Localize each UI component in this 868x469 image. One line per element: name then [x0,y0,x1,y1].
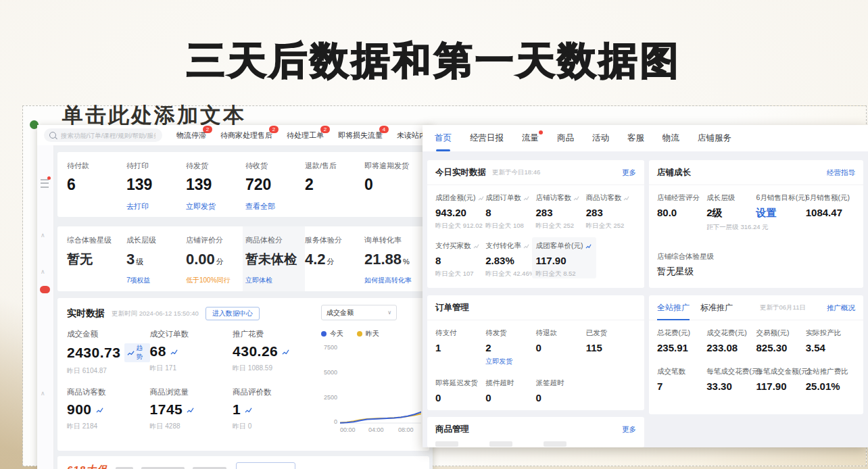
chevron-up-icon[interactable]: ∧ [41,268,45,275]
shop-dashboard-window: 首页 经营日报 流量 商品 活动 客服 物流 店铺服务 今日实时数据 更新于今日… [423,125,868,447]
toolbar-link-workorder[interactable]: 待处理工单 2 [287,130,324,141]
growth-star: 店铺综合体验星级 暂无星级 [657,252,855,278]
trend-icon[interactable] [523,243,529,249]
promo-amount-per-deal: 每笔成交金额(元) 117.90 [756,367,806,392]
realtime-updated: 更新时间 2024-06-12 15:50:40 [112,310,199,318]
guidance-link[interactable]: 经营指导 [827,168,855,178]
more-link[interactable]: 更多 [622,168,636,178]
order-pickup-timeout: 揽件超时 0 [485,378,535,403]
exp-product-check: 商品体检分 暂未体检 立即体检 [243,226,305,291]
trend-icon[interactable] [585,243,592,249]
promo-gmv: 交易额(元) 825.30 [756,328,806,353]
rights-link[interactable]: 7项权益 [126,276,186,285]
trend-icon[interactable] [523,195,529,201]
below-peers-link[interactable]: 低于100%同行 [186,276,245,285]
promo-overview-link[interactable]: 推广概况 [827,303,855,313]
tab-standard-promo[interactable]: 标准推广 [700,302,733,314]
tab-home[interactable]: 首页 [435,132,452,144]
trend-icon[interactable] [96,406,103,414]
search-icon [49,132,56,139]
exp-growth-level: 成长层级 3级 7项权益 [126,235,186,291]
tab-traffic[interactable]: 流量 [522,132,539,144]
trend-icon[interactable] [187,406,194,414]
view-all-link[interactable]: 查看全部 [245,201,305,212]
workbench-sidebar: ∧ ∧ ∧ [37,145,54,469]
tab-service[interactable]: 客服 [627,132,644,144]
mini-chart-area: 成交金额 ∨ 今天 昨天 7500 5000 2500 0 00:00 04:0… [321,305,424,433]
stat-shop-visitors: 店铺访客数 283 昨日全天 252 [536,193,586,230]
realtime-title: 实时数据 [67,307,105,320]
check-now-link[interactable]: 立即体检 [245,276,305,285]
alert-dot [539,130,543,134]
shop-growth-panel: 店铺成长 经营指导 店铺经营评分 80.0 成长层级 2级 距下一层级 316.… [649,160,863,288]
promo-roi: 实际投产比 3.54 [806,328,855,353]
exp-service-score: 服务体验分 4.2分 [305,235,364,291]
spacer [596,241,636,278]
improve-rate-link[interactable]: 如何提高转化率 [364,276,424,285]
toolbar-link-logistics[interactable]: 物流停滞 2 [176,130,206,141]
toolbar-link-traffic-loss[interactable]: 即将损失流量 4 [338,130,383,141]
promo-total-spend: 总花费(元) 235.91 [657,328,706,353]
stat-conversion-rate: 支付转化率 2.83% 昨日全天 42.46% [485,241,535,278]
tab-goods[interactable]: 商品 [557,132,574,144]
growth-level: 成长层级 2级 距下一层级 316.24 元 [706,193,756,232]
order-refund: 待退款 0 [536,328,586,366]
chevron-up-icon[interactable]: ∧ [41,390,45,397]
promotion-panel: 全站推广 标准推广 更新于06月11日 推广概况 总花费(元) 235.91 成… [649,295,863,414]
legend-dot [357,331,362,337]
chevron-down-icon: ∨ [387,310,391,316]
promo-banner[interactable]: 618大促 [57,456,429,469]
badge: 2 [203,126,212,133]
dashboard-nav: 首页 经营日报 流量 商品 活动 客服 物流 店铺服务 [423,125,868,151]
trend-icon[interactable] [282,348,289,355]
blurred-text [489,441,512,447]
workbench-toolbar: 治 物流停滞 2 待商家处理售后 2 待处理工单 2 即将损失流量 4 未读站内… [37,125,433,146]
order-to-ship: 待发货 2 立即发货 [485,328,535,366]
stat-goods-visitors: 商品访客数 283 昨日全天 252 [586,193,636,230]
stat-paying-buyers: 支付买家数 8 昨日全天 107 [435,241,485,278]
tab-sitewide-promo[interactable]: 全站推广 [657,302,690,314]
tab-daily-report[interactable]: 经营日报 [470,132,504,144]
sidebar-alert-dot [47,176,51,180]
trend-icon[interactable] [478,195,484,201]
toolbar-link-aftersale[interactable]: 待商家处理售后 2 [220,130,272,141]
menu-icon[interactable] [41,179,49,188]
exp-star-level: 综合体验星级 暂无 [67,235,126,291]
go-print-link[interactable]: 去打印 [126,201,186,212]
trend-icon[interactable] [473,243,479,249]
tab-logistics[interactable]: 物流 [662,132,679,144]
trend-chip[interactable]: 趋势 [124,343,149,362]
spacer [586,378,636,403]
more-link[interactable]: 更多 [622,425,636,435]
exp-shop-score: 店铺评价分 0.00分 低于100%同行 [186,235,245,291]
blurred-text [544,441,566,447]
ship-now-link[interactable]: 立即发货 [186,201,245,212]
badge: 2 [320,126,330,133]
ship-now-link[interactable]: 立即发货 [485,357,535,366]
metric-pageviews: 商品浏览量 1745 昨日 4288 [150,387,233,431]
todo-to-ship: 待发货 139 立即发货 [186,161,245,217]
todo-to-print: 待打印 139 去打印 [126,161,186,217]
chart-metric-select[interactable]: 成交金额 ∨ [321,305,397,320]
promo-banner-button[interactable] [236,462,295,469]
metric-promo-spend: 推广花费 430.26 昨日 1088.59 [233,329,316,376]
legend-today[interactable]: 今天 [321,329,343,339]
stat-avg-order-value: 成团客单价(元) 117.90 昨日全天 8.52 [532,237,596,278]
todo-pending-payment: 待付款 6 [67,161,126,217]
chevron-up-icon[interactable]: ∧ [41,232,45,239]
trend-icon[interactable] [623,195,629,201]
seller-workbench-window: 治 物流停滞 2 待商家处理售后 2 待处理工单 2 即将损失流量 4 未读站内… [37,125,433,469]
promo-fee-ratio: 全站推广费比 25.01% [806,367,855,392]
trend-icon[interactable] [170,348,178,355]
exp-inquiry-rate: 询单转化率 21.88% 如何提高转化率 [364,235,424,291]
trend-icon[interactable] [573,195,579,201]
search-input-wrap[interactable] [44,128,162,142]
search-input[interactable] [59,131,157,140]
set-target-link[interactable]: 设置 [756,207,806,220]
experience-card: 综合体验星级 暂无 成长层级 3级 7项权益 店铺评价分 0.00分 低于100… [57,226,429,291]
data-center-button[interactable]: 进入数据中心 [206,307,260,320]
legend-yesterday[interactable]: 昨天 [357,329,379,339]
tab-activity[interactable]: 活动 [592,132,609,144]
tab-shop-services[interactable]: 店铺服务 [698,132,731,144]
trend-icon[interactable] [245,406,252,414]
